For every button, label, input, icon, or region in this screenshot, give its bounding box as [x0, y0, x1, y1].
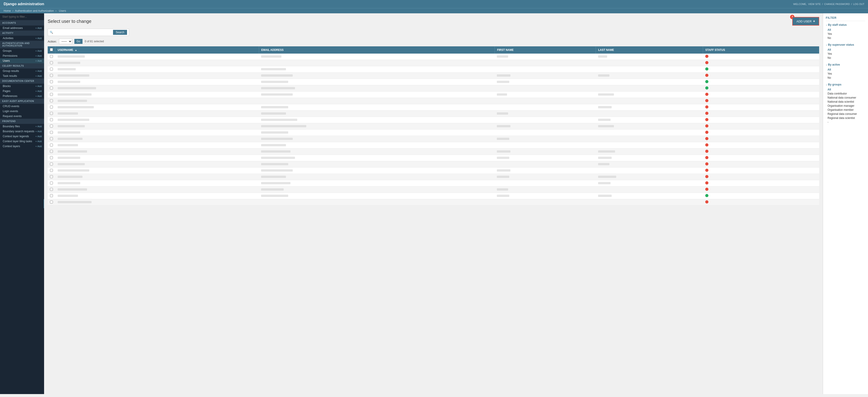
row-username[interactable]	[55, 72, 259, 79]
sidebar-item-context-layer-tiling[interactable]: Context layer tiling tasks + Add	[0, 139, 44, 144]
row-checkbox[interactable]	[50, 68, 53, 70]
sidebar-item-boundary-files[interactable]: Boundary files + Add	[0, 124, 44, 129]
breadcrumb-home[interactable]: Home	[4, 9, 11, 12]
row-username[interactable]	[55, 111, 259, 117]
th-username[interactable]: USERNAME ▲	[55, 47, 259, 54]
row-username[interactable]	[55, 180, 259, 186]
add-preferences-link[interactable]: + Add	[35, 95, 42, 97]
row-checkbox[interactable]	[50, 131, 53, 134]
row-checkbox[interactable]	[50, 182, 53, 184]
row-username[interactable]	[55, 167, 259, 174]
add-email-addresses-link[interactable]: + Add	[35, 27, 42, 29]
change-password-link[interactable]: CHANGE PASSWORD	[824, 3, 850, 5]
filter-superuser-yes[interactable]: Yes	[826, 52, 865, 56]
add-pages-link[interactable]: + Add	[35, 90, 42, 92]
row-username[interactable]	[55, 79, 259, 85]
filter-groups-dash[interactable]: -	[826, 120, 865, 124]
sidebar-item-activities[interactable]: Activities + Add	[0, 36, 44, 41]
row-checkbox[interactable]	[50, 118, 53, 121]
filter-superuser-no[interactable]: No	[826, 56, 865, 60]
breadcrumb-auth[interactable]: Authentication and Authorization	[15, 9, 54, 12]
filter-groups-regional-consumer[interactable]: Regional data consumer	[826, 112, 865, 116]
sidebar-item-boundary-search-requests[interactable]: Boundary search requests + Add	[0, 129, 44, 134]
row-username[interactable]	[55, 193, 259, 199]
select-all-checkbox[interactable]	[50, 48, 53, 51]
add-group-results-link[interactable]: + Add	[35, 70, 42, 72]
row-checkbox[interactable]	[50, 112, 53, 115]
add-task-results-link[interactable]: + Add	[35, 74, 42, 77]
row-username[interactable]	[55, 54, 259, 60]
row-username[interactable]	[55, 136, 259, 142]
sidebar-item-task-results[interactable]: Task results + Add	[0, 73, 44, 79]
row-checkbox[interactable]	[50, 55, 53, 58]
row-checkbox[interactable]	[50, 87, 53, 90]
row-username[interactable]	[55, 60, 259, 66]
sidebar-item-context-layers[interactable]: Context layers + Add	[0, 144, 44, 149]
view-site-link[interactable]: VIEW SITE	[808, 3, 821, 5]
filter-groups-national-scientist[interactable]: National data scientist	[826, 100, 865, 104]
row-checkbox[interactable]	[50, 105, 53, 109]
action-select[interactable]: ------	[59, 39, 72, 44]
row-checkbox[interactable]	[50, 194, 53, 197]
th-email[interactable]: EMAIL ADDRESS	[259, 47, 495, 54]
add-activities-link[interactable]: + Add	[35, 37, 42, 39]
add-context-legends-link[interactable]: + Add	[35, 135, 42, 138]
row-checkbox[interactable]	[50, 80, 53, 83]
sidebar-item-groups[interactable]: Groups + Add	[0, 49, 44, 53]
sidebar-item-login-events[interactable]: Login events	[0, 109, 44, 114]
sidebar-item-pages[interactable]: Pages + Add	[0, 89, 44, 94]
filter-active-no[interactable]: No	[826, 76, 865, 80]
filter-staff-no[interactable]: No	[826, 36, 865, 40]
add-user-button[interactable]: ADD USER +	[792, 17, 819, 26]
row-username[interactable]	[55, 104, 259, 111]
row-username[interactable]	[55, 161, 259, 167]
row-checkbox[interactable]	[50, 175, 53, 178]
filter-groups-regional-scientist[interactable]: Regional data scientist	[826, 116, 865, 120]
sidebar-item-blocks[interactable]: Blocks + Add	[0, 84, 44, 89]
collapse-sidebar-tab[interactable]: «	[43, 199, 44, 208]
log-out-link[interactable]: LOG OUT	[853, 3, 864, 5]
row-username[interactable]	[55, 174, 259, 180]
sidebar-item-context-layer-legends[interactable]: Context layer legends + Add	[0, 134, 44, 139]
th-firstname[interactable]: FIRST NAME	[495, 47, 596, 54]
row-checkbox[interactable]	[50, 74, 53, 77]
row-checkbox[interactable]	[50, 201, 53, 204]
row-checkbox[interactable]	[50, 150, 53, 153]
row-checkbox[interactable]	[50, 137, 53, 140]
row-username[interactable]	[55, 117, 259, 123]
row-username[interactable]	[55, 92, 259, 98]
filter-groups-data-contributor[interactable]: Data contributor	[826, 92, 865, 96]
add-users-link[interactable]: + Add	[35, 59, 42, 62]
row-checkbox[interactable]	[50, 93, 53, 96]
add-blocks-link[interactable]: + Add	[35, 85, 42, 88]
filter-groups-national-consumer[interactable]: National data consumer	[826, 96, 865, 100]
filter-groups-org-manager[interactable]: Organisation manager	[826, 104, 865, 108]
sidebar-item-request-events[interactable]: Request events	[0, 114, 44, 119]
sidebar-item-permissions[interactable]: Permissions + Add	[0, 53, 44, 58]
sidebar-item-email-addresses[interactable]: Email addresses + Add	[0, 26, 44, 31]
row-checkbox[interactable]	[50, 125, 53, 127]
row-checkbox[interactable]	[50, 188, 53, 191]
row-username[interactable]	[55, 66, 259, 72]
row-username[interactable]	[55, 186, 259, 193]
row-username[interactable]	[55, 149, 259, 155]
add-groups-link[interactable]: + Add	[35, 50, 42, 52]
filter-active-all[interactable]: All	[826, 68, 865, 72]
th-staffstatus[interactable]: STAFF STATUS	[703, 47, 819, 54]
row-username[interactable]	[55, 85, 259, 92]
row-checkbox[interactable]	[50, 162, 53, 165]
add-boundary-files-link[interactable]: + Add	[35, 125, 42, 128]
row-checkbox[interactable]	[50, 169, 53, 172]
sidebar-item-preferences[interactable]: Preferences + Add	[0, 94, 44, 98]
add-boundary-search-link[interactable]: + Add	[35, 130, 42, 133]
sidebar-item-crud-events[interactable]: CRUD events	[0, 104, 44, 109]
row-checkbox[interactable]	[50, 144, 53, 147]
row-checkbox[interactable]	[50, 156, 53, 159]
filter-staff-yes[interactable]: Yes	[826, 32, 865, 36]
search-button[interactable]: Search	[113, 30, 127, 35]
row-username[interactable]	[55, 142, 259, 149]
filter-groups-org-member[interactable]: Organisation member	[826, 108, 865, 112]
filter-groups-all[interactable]: All	[826, 88, 865, 92]
search-input[interactable]	[55, 31, 111, 34]
row-username[interactable]	[55, 199, 259, 206]
